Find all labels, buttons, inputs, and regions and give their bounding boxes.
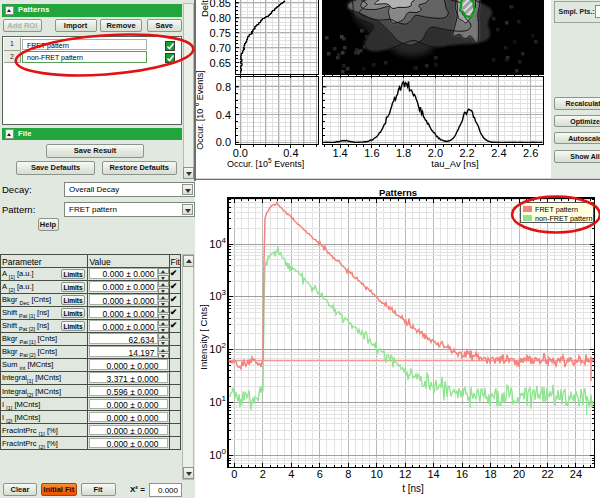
svg-text:100: 100 xyxy=(209,447,226,461)
svg-text:FRET pattern: FRET pattern xyxy=(535,205,578,214)
svg-text:102: 102 xyxy=(209,341,226,355)
svg-text:10: 10 xyxy=(371,468,383,480)
svg-text:20: 20 xyxy=(513,468,525,480)
svg-text:6: 6 xyxy=(317,468,323,480)
svg-text:103: 103 xyxy=(209,288,226,302)
svg-text:22: 22 xyxy=(541,468,553,480)
svg-text:8: 8 xyxy=(345,468,351,480)
svg-text:14: 14 xyxy=(427,468,439,480)
svg-text:2: 2 xyxy=(260,468,266,480)
svg-text:24: 24 xyxy=(570,468,582,480)
svg-text:Intensity [ Cnts]: Intensity [ Cnts] xyxy=(198,304,209,369)
svg-text:16: 16 xyxy=(456,468,468,480)
svg-text:non-FRET pattern: non-FRET pattern xyxy=(535,214,592,223)
svg-text:101: 101 xyxy=(209,394,226,408)
svg-text:Patterns: Patterns xyxy=(379,187,417,198)
svg-text:18: 18 xyxy=(484,468,496,480)
svg-text:12: 12 xyxy=(399,468,411,480)
svg-text:4: 4 xyxy=(288,468,294,480)
svg-text:0: 0 xyxy=(231,468,237,480)
svg-text:104: 104 xyxy=(209,236,226,250)
svg-text:t [ns]: t [ns] xyxy=(402,483,424,494)
